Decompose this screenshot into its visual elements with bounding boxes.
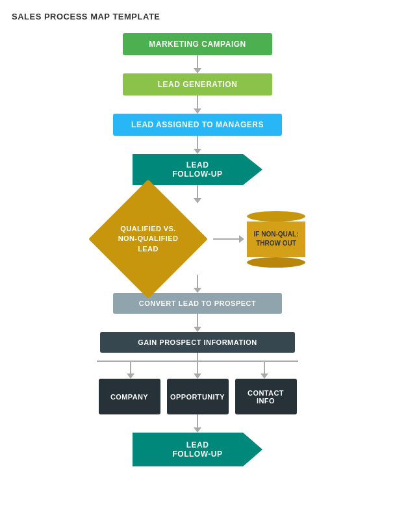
lead-assigned-box: LEAD ASSIGNED TO MANAGERS bbox=[113, 114, 282, 136]
side-arrow-line bbox=[213, 238, 239, 240]
convert-box: CONVERT LEAD TO PROSPECT bbox=[113, 293, 282, 314]
arrow-2 bbox=[194, 95, 201, 114]
company-box: COMPANY bbox=[99, 379, 160, 414]
qualified-diamond-wrapper: QUALIFIED VS. NON-QUALIFIED LEAD bbox=[90, 203, 207, 275]
cyl-bottom bbox=[247, 257, 305, 268]
non-qual-arrow-group: IF NON-QUAL: THROW OUT bbox=[213, 211, 305, 268]
gain-prospect-box: GAIN PROSPECT INFORMATION bbox=[100, 332, 295, 353]
page-title: SALES PROCESS MAP TEMPLATE bbox=[12, 12, 389, 21]
cyl-top bbox=[247, 211, 305, 222]
cyl-text: IF NON-QUAL: THROW OUT bbox=[254, 230, 299, 248]
arrow-6 bbox=[194, 314, 201, 332]
side-arrow-head bbox=[239, 235, 244, 243]
cyl-body: IF NON-QUAL: THROW OUT bbox=[247, 222, 305, 257]
opportunity-box: OPPORTUNITY bbox=[167, 379, 229, 414]
qualified-diamond-text: QUALIFIED VS. NON-QUALIFIED LEAD bbox=[118, 224, 179, 254]
lead-followup-2-box: LEAD FOLLOW-UP bbox=[133, 433, 262, 466]
three-way-connector bbox=[94, 353, 301, 379]
arrow-1 bbox=[194, 55, 201, 73]
contact-info-box: CONTACT INFO bbox=[235, 379, 297, 414]
diamond-row: QUALIFIED VS. NON-QUALIFIED LEAD IF NON-… bbox=[6, 203, 389, 275]
marketing-campaign-box: MARKETING CAMPAIGN bbox=[123, 33, 272, 55]
arrow-3 bbox=[194, 136, 201, 154]
cylinder-group: IF NON-QUAL: THROW OUT bbox=[247, 211, 305, 268]
flowchart: MARKETING CAMPAIGN LEAD GENERATION LEAD … bbox=[6, 33, 389, 466]
arrow-7 bbox=[194, 414, 201, 433]
lead-followup-1-box: LEAD FOLLOW-UP bbox=[133, 154, 262, 185]
arrow-4 bbox=[194, 185, 201, 203]
arrow-5 bbox=[194, 275, 201, 293]
lead-generation-box: LEAD GENERATION bbox=[123, 73, 272, 95]
bottom-row: COMPANY OPPORTUNITY CONTACT INFO bbox=[99, 379, 297, 414]
